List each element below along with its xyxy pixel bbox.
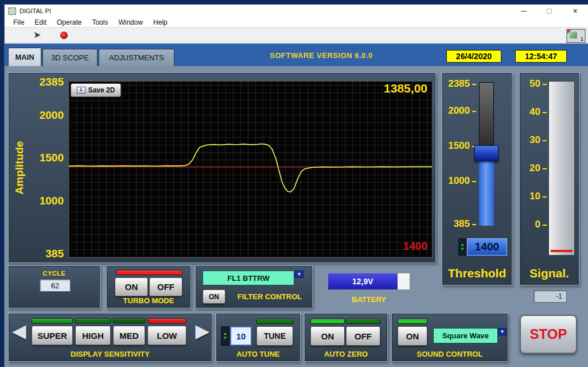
sensitivity-left-arrow[interactable]: ◀ [12,322,26,340]
signal-tick: 10 [520,191,540,202]
filter-control-label: FILTER CONTROL [228,289,311,304]
sound-control-panel: ON Square Wave ▼ SOUND CONTROL [391,313,508,362]
app-icon [8,7,16,15]
tick-mark [543,112,547,113]
menu-window[interactable]: Window [113,17,148,28]
signal-tick: 40 [520,106,540,118]
signal-label: Signal. [520,266,579,280]
title-bar: DIGITAL PI ✕ [5,5,588,17]
battery-gauge: 12,9V [327,272,411,291]
tick-mark [472,224,476,225]
threshold-slider-handle[interactable] [474,145,499,161]
decrement-icon: ▼ [223,336,228,341]
signal-gauge [548,81,575,256]
tune-button[interactable]: TUNE [256,326,293,346]
threshold-slider-fill [479,153,494,226]
threshold-value-field[interactable]: 1400 [467,238,507,256]
close-button[interactable]: ✕ [562,5,588,17]
amplitude-readout: 1385,00 [384,82,427,95]
sound-on-button[interactable]: ON [398,326,427,346]
save-2d-label: Save 2D [88,86,115,94]
y-tick: 2000 [28,109,64,122]
y-tick: 2385 [28,76,64,88]
filter-dropdown-icon[interactable]: ▼ [295,271,303,278]
menu-file[interactable]: File [8,17,29,28]
run-icon[interactable]: ➤ [33,29,41,40]
turbo-led [116,270,182,275]
turbo-mode-label: TURBO MODE [107,296,190,305]
threshold-increment-stepper[interactable]: ▲ ▼ [458,238,466,256]
badge-glyph-icon [569,32,577,38]
date-display: 26/4/2020 [446,50,501,63]
time-display: 12:54:47 [515,50,567,63]
badge-count: 1 [581,36,583,42]
tick-mark [543,168,547,169]
save-2d-icon: ⇓ [77,87,85,94]
threshold-label: Threshold [442,266,512,280]
auto-tune-label: AUTO TUNE [216,350,300,358]
sound-wave-select[interactable]: Square Wave [433,328,498,343]
med-button[interactable]: MED [113,326,145,345]
tune-stepper[interactable]: ▲ ▼ [221,326,229,346]
filter-control-panel: FL1 BTTRW ▼ ON FILTER CONTROL [195,265,313,308]
low-button[interactable]: LOW [147,326,186,345]
cycle-panel: CYCLE 62 [8,265,100,308]
tab-adjustments-label: ADJUSTMENTS [109,53,164,62]
tab-3d-scope[interactable]: 3D SCOPE [42,49,98,66]
waveform-svg [69,82,432,257]
threshold-readout: 1400 [403,240,427,253]
maximize-icon [547,9,552,14]
threshold-tick: 385 [442,218,470,230]
signal-tick: 30 [520,134,540,146]
signal-tick: 0 [520,219,540,230]
tick-mark [543,225,547,226]
maximize-button[interactable] [536,5,562,17]
menu-edit[interactable]: Edit [29,17,52,28]
cycle-label: CYCLE [9,270,100,277]
sound-control-label: SOUND CONTROL [392,350,508,358]
super-button[interactable]: SUPER [32,326,73,345]
high-led [75,318,111,323]
tab-main-label: MAIN [15,53,34,61]
battery-label: BATTERY [327,295,411,304]
auto-zero-off-button[interactable]: OFF [346,326,380,346]
threshold-tick: 2385 [442,78,470,90]
turbo-mode-panel: ON OFF TURBO MODE [106,265,191,308]
minimize-button[interactable] [511,5,536,17]
auto-zero-on-button[interactable]: ON [310,326,345,346]
toolbar: ➤ 1 [5,28,588,44]
menu-operate[interactable]: Operate [52,17,87,28]
menu-tools[interactable]: Tools [87,17,113,28]
waveform-line [69,144,432,192]
signal-tick: 50 [520,78,540,90]
tick-mark [472,181,476,182]
auto-zero-on-led [310,319,345,324]
threshold-panel: 2385 2000 1500 1000 385 ▲ ▼ 1400 Thresho… [442,72,512,285]
sound-dropdown-icon[interactable]: ▼ [498,328,507,335]
tune-value-field[interactable]: 10 [230,326,252,346]
turbo-on-button[interactable]: ON [115,277,148,296]
high-button[interactable]: HIGH [75,326,111,345]
tune-led [256,319,293,324]
sensitivity-right-arrow[interactable]: ▶ [195,322,209,340]
tick-mark [543,84,547,85]
save-2d-button[interactable]: ⇓ Save 2D [71,83,121,97]
tick-mark [472,84,476,85]
auto-zero-off-led [346,319,380,324]
threshold-tick: 1000 [442,175,470,187]
waveform-plot [68,81,433,258]
turbo-off-button[interactable]: OFF [149,277,182,296]
signal-gauge-level [551,250,573,252]
threshold-tick: 1500 [442,140,470,152]
desktop: DIGITAL PI ✕ File Edit Operate Tools Win… [0,0,588,367]
abort-icon[interactable] [60,32,68,39]
tick-mark [543,196,547,198]
menu-help[interactable]: Help [148,17,173,28]
filter-select[interactable]: FL1 BTTRW [203,271,294,285]
window-title: DIGITAL PI [20,7,51,14]
tab-main[interactable]: MAIN [8,48,41,66]
signal-panel: 50 40 30 20 10 0 Signal. [519,72,579,285]
tab-adjustments[interactable]: ADJUSTMENTS [99,49,174,66]
filter-on-button[interactable]: ON [203,289,225,304]
stop-button[interactable]: STOP [520,315,577,354]
